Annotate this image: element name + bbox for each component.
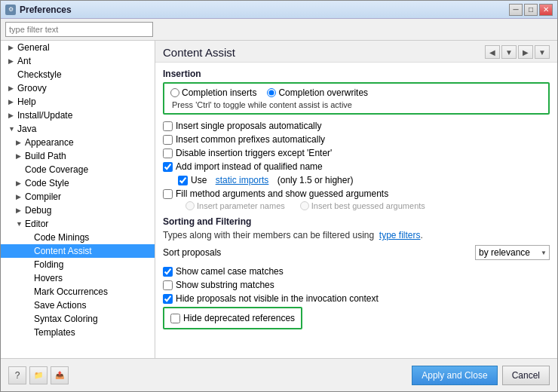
arrow-icon: ▶ bbox=[8, 57, 16, 65]
maximize-button[interactable]: □ bbox=[524, 4, 538, 16]
insert-single-checkbox[interactable] bbox=[163, 121, 173, 131]
bottom-bar: ? 📁 📤 Apply and Close Cancel bbox=[1, 358, 557, 391]
help-button[interactable]: ? bbox=[8, 366, 26, 384]
tree-item-label: Hovers bbox=[34, 273, 63, 283]
hide-deprecated-checkbox[interactable] bbox=[170, 314, 180, 323]
sort-select[interactable]: by relevance alphabetically by scope bbox=[475, 245, 550, 260]
nav-back-button[interactable]: ◀ bbox=[485, 45, 500, 59]
arrow-icon: ▶ bbox=[16, 139, 23, 146]
add-import-row: Add import instead of qualified name bbox=[163, 160, 550, 173]
show-camel-row: Show camel case matches bbox=[163, 265, 550, 278]
insert-best-radio[interactable] bbox=[300, 201, 309, 210]
nav-forward-dropdown-button[interactable]: ▼ bbox=[535, 45, 550, 59]
cancel-button[interactable]: Cancel bbox=[502, 366, 550, 385]
insert-common-checkbox[interactable] bbox=[163, 135, 173, 145]
arrow-icon: ▶ bbox=[8, 44, 16, 51]
completion-inserts-radio[interactable] bbox=[170, 88, 179, 97]
add-import-label: Add import instead of qualified name bbox=[176, 161, 323, 172]
arrow-icon bbox=[25, 288, 32, 296]
arrow-icon bbox=[25, 247, 32, 255]
minimize-button[interactable]: ─ bbox=[509, 4, 523, 16]
disable-insertion-row: Disable insertion triggers except 'Enter… bbox=[163, 146, 550, 160]
tree-item-label: Syntax Coloring bbox=[34, 314, 98, 324]
disable-insertion-checkbox[interactable] bbox=[163, 149, 173, 158]
title-bar: ⚙ Preferences ─ □ ✕ bbox=[1, 1, 557, 19]
completion-overwrites-radio-label[interactable]: Completion overwrites bbox=[267, 87, 368, 98]
tree-item-install-update[interactable]: ▶ Install/Update bbox=[1, 109, 155, 122]
insert-single-label: Insert single proposals automatically bbox=[176, 121, 321, 131]
arrow-icon bbox=[25, 315, 32, 323]
tree-item-label: Appearance bbox=[25, 137, 74, 148]
search-input[interactable] bbox=[5, 22, 153, 37]
completion-inserts-label: Completion inserts bbox=[182, 87, 256, 98]
tree-item-folding[interactable]: Folding bbox=[1, 258, 155, 271]
tree-item-groovy[interactable]: ▶ Groovy bbox=[1, 81, 155, 95]
show-substring-checkbox[interactable] bbox=[163, 280, 173, 290]
export-button[interactable]: 📤 bbox=[51, 366, 69, 384]
tree-item-content-assist[interactable]: Content Assist bbox=[1, 244, 155, 258]
tree-item-label: Install/Update bbox=[17, 110, 72, 121]
arrow-icon bbox=[25, 329, 32, 336]
tree-item-code-style[interactable]: ▶ Code Style bbox=[1, 176, 155, 190]
apply-close-button[interactable]: Apply and Close bbox=[412, 366, 497, 385]
completion-mode-radio-group: Completion inserts Completion overwrites bbox=[170, 87, 542, 98]
tree-item-code-minings[interactable]: Code Minings bbox=[1, 231, 155, 244]
show-camel-checkbox[interactable] bbox=[163, 267, 173, 277]
static-imports-checkbox[interactable] bbox=[178, 176, 188, 185]
insert-best-label: Insert best guessed arguments bbox=[311, 201, 425, 210]
add-import-checkbox[interactable] bbox=[163, 162, 173, 172]
hide-deprecated-row: Hide deprecated references bbox=[170, 311, 295, 325]
insert-common-label: Insert common prefixes automatically bbox=[176, 134, 325, 145]
tree-item-build-path[interactable]: ▶ Build Path bbox=[1, 149, 155, 163]
tree-item-ant[interactable]: ▶ Ant bbox=[1, 54, 155, 68]
arrow-icon bbox=[25, 302, 32, 309]
show-substring-row: Show substring matches bbox=[163, 278, 550, 292]
type-filters-link[interactable]: type filters bbox=[379, 230, 421, 240]
search-bar bbox=[1, 19, 557, 41]
insert-best-radio-label[interactable]: Insert best guessed arguments bbox=[300, 201, 425, 210]
tree-item-syntax-coloring[interactable]: Syntax Coloring bbox=[1, 312, 155, 326]
insert-param-radio[interactable] bbox=[185, 201, 195, 210]
tree-item-label: Code Minings bbox=[34, 232, 89, 243]
arrow-icon bbox=[25, 261, 32, 268]
tree-panel: ▶ General ▶ Ant Checkstyle ▶ Groovy ▶ He… bbox=[1, 41, 155, 358]
static-imports-link[interactable]: static imports bbox=[216, 175, 269, 185]
insert-param-radio-label[interactable]: Insert parameter names bbox=[185, 201, 285, 210]
tree-item-debug[interactable]: ▶ Debug bbox=[1, 204, 155, 217]
tree-item-editor[interactable]: ▼ Editor bbox=[1, 217, 155, 231]
tree-item-appearance[interactable]: ▶ Appearance bbox=[1, 136, 155, 149]
tree-item-save-actions[interactable]: Save Actions bbox=[1, 299, 155, 312]
tree-item-help[interactable]: ▶ Help bbox=[1, 95, 155, 109]
fill-method-checkbox[interactable] bbox=[163, 189, 173, 199]
show-camel-label: Show camel case matches bbox=[176, 266, 284, 277]
tree-item-label: Editor bbox=[25, 219, 48, 229]
tree-item-label: Code Style bbox=[25, 178, 69, 188]
nav-dropdown-button[interactable]: ▼ bbox=[501, 45, 517, 59]
completion-inserts-radio-label[interactable]: Completion inserts bbox=[170, 87, 256, 98]
nav-buttons: ◀ ▼ ▶ ▼ bbox=[485, 45, 550, 59]
static-suffix-label: (only 1.5 or higher) bbox=[277, 175, 354, 185]
ctrl-note: Press 'Ctrl' to toggle while content ass… bbox=[170, 100, 542, 109]
nav-forward-button[interactable]: ▶ bbox=[518, 45, 533, 59]
bottom-icons: ? 📁 📤 bbox=[8, 366, 412, 384]
tree-item-java[interactable]: ▼ Java bbox=[1, 122, 155, 136]
tree-item-compiler[interactable]: ▶ Compiler bbox=[1, 190, 155, 204]
completion-overwrites-radio[interactable] bbox=[267, 88, 276, 97]
tree-item-templates[interactable]: Templates bbox=[1, 326, 155, 339]
sorting-description: Types along with their members can be fi… bbox=[163, 230, 550, 240]
arrow-icon bbox=[25, 234, 32, 241]
tree-item-general[interactable]: ▶ General bbox=[1, 41, 155, 54]
sorting-section: Sorting and Filtering Types along with t… bbox=[163, 216, 550, 329]
tree-item-mark-occurrences[interactable]: Mark Occurrences bbox=[1, 285, 155, 299]
tree-item-label: Help bbox=[17, 96, 36, 107]
show-substring-label: Show substring matches bbox=[176, 280, 274, 290]
sort-select-wrap: by relevance alphabetically by scope bbox=[475, 245, 550, 260]
tree-item-checkstyle[interactable]: Checkstyle bbox=[1, 68, 155, 81]
arrow-icon: ▶ bbox=[16, 179, 23, 187]
tree-item-hovers[interactable]: Hovers bbox=[1, 271, 155, 285]
hide-not-visible-checkbox[interactable] bbox=[163, 294, 173, 304]
close-button[interactable]: ✕ bbox=[539, 4, 553, 16]
sorting-section-label: Sorting and Filtering bbox=[163, 216, 550, 227]
import-button[interactable]: 📁 bbox=[29, 366, 48, 384]
tree-item-code-coverage[interactable]: Code Coverage bbox=[1, 163, 155, 176]
